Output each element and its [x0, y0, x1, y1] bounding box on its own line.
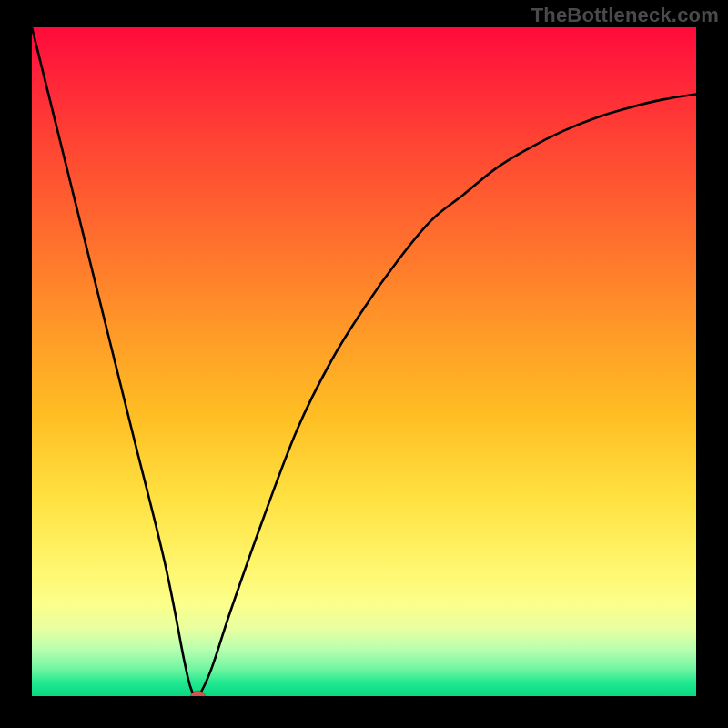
- watermark-text: TheBottleneck.com: [531, 4, 719, 27]
- bottleneck-curve-path: [32, 27, 696, 696]
- chart-frame: TheBottleneck.com: [0, 0, 728, 728]
- plot-area: [32, 27, 696, 696]
- curve-svg: [32, 27, 696, 696]
